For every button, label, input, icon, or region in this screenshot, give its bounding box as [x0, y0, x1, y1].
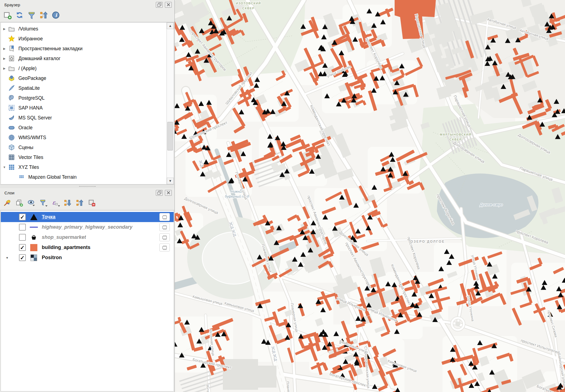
xyztiles-icon	[8, 164, 15, 171]
browser-item-label: WMS/WMTS	[18, 135, 46, 141]
expand-all-button[interactable]	[63, 198, 73, 208]
svg-text:СКВЕР: СКВЕР	[450, 138, 462, 141]
add-group-button[interactable]	[15, 198, 24, 208]
map-canvas[interactable]: проспект АвиаконструкторовШуваловский пр…	[175, 0, 565, 392]
browser-item--apple-[interactable]: ▶/ (Apple)	[1, 63, 167, 73]
remove-layer-button[interactable]	[87, 198, 97, 208]
layer-checkbox[interactable]	[19, 234, 26, 241]
layer-checkbox[interactable]: ✓	[19, 214, 26, 220]
layer-row-точка[interactable]: ✓Точка	[1, 212, 174, 222]
styling-icon	[3, 199, 12, 207]
browser-item-пространственные-закладки[interactable]: ▶Пространственные закладки	[1, 44, 167, 54]
dock-column: Браузер i ▶/VolumesИзбранное▶Пространств…	[0, 0, 175, 392]
layer-label: Positron	[42, 255, 62, 261]
funnelc-icon	[40, 199, 48, 207]
collapsed-arrow-icon[interactable]: ▶	[1, 67, 8, 70]
filter-by-expression-button[interactable]: ε	[51, 198, 60, 208]
browser-item-label: SAP HANA	[18, 105, 43, 111]
browser-item-postgresql[interactable]: PostgreSQL	[1, 93, 167, 103]
browser-item-ms-sql-server[interactable]: MS SQL Server	[1, 113, 167, 123]
collapse-all-button[interactable]	[39, 10, 48, 20]
browser-item-mapzen-global-terrain[interactable]: Mapzen Global Terrain	[1, 172, 167, 182]
hana-icon	[8, 104, 15, 111]
open-layer-styling-button[interactable]	[3, 198, 12, 208]
properties-info-button[interactable]: i	[51, 10, 60, 20]
browser-item-label: XYZ Tiles	[18, 164, 39, 170]
collapsed-arrow-icon[interactable]: ▶	[1, 47, 8, 51]
refresh-icon	[15, 11, 24, 19]
browser-item--volumes[interactable]: ▶/Volumes	[1, 24, 167, 34]
collapse-all-button[interactable]	[75, 198, 85, 208]
panel-splitter[interactable]	[0, 184, 175, 188]
layers-close-button[interactable]	[165, 190, 172, 196]
svg-text:Долгое озеро: Долгое озеро	[480, 203, 503, 207]
browser-toolbar: i	[0, 9, 175, 22]
layers-float-button[interactable]	[156, 190, 163, 196]
browser-item-label: GeoPackage	[18, 75, 46, 81]
browser-panel-title: Браузер	[4, 2, 20, 7]
qgis-window: Браузер i ▶/VolumesИзбранное▶Пространств…	[0, 0, 565, 392]
browser-item-oracle[interactable]: Oracle	[1, 123, 167, 133]
expanded-arrow-icon[interactable]: ▼	[1, 166, 8, 169]
layer-row-positron[interactable]: ▼✓Positron	[1, 253, 174, 263]
browser-item-label: / (Apple)	[18, 66, 37, 71]
layers-toolbar: ε	[0, 197, 175, 210]
scenes-icon	[8, 144, 15, 151]
browser-item-sap-hana[interactable]: SAP HANA	[1, 103, 167, 113]
layers-tree: ✓Точкаhighway_primary_highway_secondarys…	[1, 210, 174, 391]
scroll-down-icon[interactable]: ▼	[167, 178, 174, 184]
browser-item-label: MS SQL Server	[18, 115, 52, 121]
oracle-icon	[8, 124, 15, 131]
browser-item-wms-wmts[interactable]: WMS/WMTS	[1, 133, 167, 142]
filter-legend-button[interactable]	[39, 198, 48, 208]
add-selected-layers-button[interactable]	[3, 10, 12, 20]
browser-item-сцены[interactable]: Сцены	[1, 142, 167, 152]
svg-text:СКВЕР: СКВЕР	[242, 7, 255, 10]
manage-map-themes-button[interactable]	[27, 198, 36, 208]
browser-item-spatialite[interactable]: SpatiaLite	[1, 83, 167, 93]
eye-icon	[27, 199, 36, 207]
browser-scrollbar[interactable]: ▲ ▼	[167, 23, 174, 184]
layer-row-shop_supermarket[interactable]: shop_supermarket	[1, 232, 174, 242]
geopackage-icon	[8, 75, 15, 82]
collapsed-arrow-icon[interactable]: ▶	[1, 57, 8, 60]
expanddown-icon	[64, 199, 72, 207]
mssql-icon	[8, 114, 15, 121]
scroll-thumb[interactable]	[167, 122, 173, 150]
layer-checkbox[interactable]	[19, 224, 26, 231]
memory-layer-indicator-icon[interactable]	[159, 233, 170, 241]
browser-item-label: /Volumes	[18, 26, 38, 32]
svg-text:МАРТЫНОВСКИЙ: МАРТЫНОВСКИЙ	[440, 133, 471, 136]
funnel-icon	[27, 11, 36, 19]
remove-icon	[88, 199, 96, 207]
browser-item-label: Сцены	[18, 145, 33, 150]
memory-layer-indicator-icon[interactable]	[159, 213, 170, 221]
addlayer-icon	[3, 11, 12, 19]
browser-close-button[interactable]	[165, 2, 172, 8]
filter-browser-button[interactable]	[27, 10, 36, 20]
line-symbol-icon	[30, 227, 38, 228]
folder-icon	[8, 65, 15, 72]
memory-layer-indicator-icon[interactable]	[159, 243, 170, 251]
browser-item-vector-tiles[interactable]: Vector Tiles	[1, 152, 167, 162]
browser-item-домашний-каталог[interactable]: ▶Домашний каталог	[1, 54, 167, 63]
browser-float-button[interactable]	[156, 2, 163, 8]
chip-icon	[161, 214, 168, 220]
memory-layer-indicator-icon[interactable]	[159, 223, 170, 231]
refresh-button[interactable]	[15, 10, 24, 20]
splitter-grip-icon	[79, 186, 96, 187]
browser-item-geopackage[interactable]: GeoPackage	[1, 73, 167, 83]
layer-label: building_apartments	[42, 245, 90, 250]
layer-checkbox[interactable]: ✓	[19, 254, 26, 261]
layer-expander-icon[interactable]: ▼	[3, 256, 11, 259]
scroll-up-icon[interactable]: ▲	[167, 23, 174, 29]
browser-item-избранное[interactable]: Избранное	[1, 34, 167, 44]
layer-row-highway_primary_highway_secondary[interactable]: highway_primary_highway_secondary	[1, 222, 174, 232]
layer-row-building_apartments[interactable]: ✓building_apartments	[1, 242, 174, 253]
collapsed-arrow-icon[interactable]: ▶	[1, 27, 8, 31]
layer-label: Точка	[42, 214, 56, 220]
layer-checkbox[interactable]: ✓	[19, 244, 26, 251]
postgresql-icon	[8, 94, 15, 102]
browser-item-xyz-tiles[interactable]: ▼XYZ Tiles	[1, 162, 167, 172]
collapseup-icon	[76, 199, 84, 207]
